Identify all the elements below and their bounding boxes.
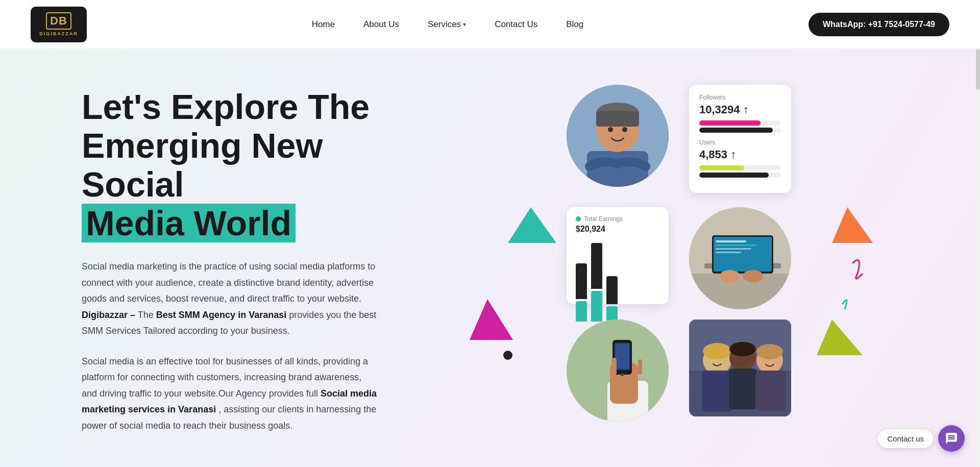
- chat-icon: [945, 432, 958, 445]
- nav-home[interactable]: Home: [298, 19, 349, 30]
- svg-marker-4: [832, 207, 873, 243]
- svg-point-24: [743, 270, 763, 282]
- svg-rect-20: [716, 244, 756, 246]
- svg-rect-15: [689, 274, 791, 309]
- laptop-image-wrapper: [689, 207, 801, 309]
- followers-label: Followers: [699, 94, 781, 101]
- main-nav: Home About Us Services ▾ Contact Us Blog: [298, 19, 598, 30]
- svg-rect-41: [729, 368, 757, 409]
- stats-card: Followers 10,3294 ↑ Users 4,853 ↑: [689, 85, 791, 193]
- hero-desc1: Social media marketing is the practice o…: [82, 259, 378, 339]
- svg-marker-2: [508, 207, 556, 243]
- svg-point-1: [503, 351, 512, 360]
- svg-point-43: [756, 344, 783, 359]
- earn-dot: [576, 216, 581, 222]
- main-content: Let's Explore The Emerging New Social Me…: [0, 49, 980, 467]
- person-svg: [567, 85, 669, 187]
- svg-rect-44: [755, 371, 786, 411]
- svg-rect-33: [638, 359, 642, 375]
- person-image-wrapper: [567, 85, 679, 197]
- scrollbar-thumb[interactable]: [976, 49, 980, 90]
- phone-svg: [567, 319, 669, 422]
- nav-services[interactable]: Services ▾: [413, 19, 480, 30]
- team-svg: [689, 319, 791, 416]
- person-image: [567, 85, 669, 187]
- header: DB DIGIBAZZAR Home About Us Services ▾ C…: [0, 0, 980, 49]
- followers-value: 10,3294 ↑: [699, 103, 781, 116]
- svg-rect-8: [587, 151, 648, 187]
- contact-float-label: Contact us: [878, 429, 933, 448]
- svg-marker-5: [817, 319, 863, 355]
- earnings-value: $20,924: [576, 225, 659, 234]
- hero-desc2: Social media is an effective tool for bu…: [82, 354, 378, 434]
- contact-float: Contact us: [878, 425, 965, 452]
- logo-letters: DB: [46, 12, 71, 30]
- contact-float-button[interactable]: [938, 425, 965, 452]
- laptop-image: [689, 207, 791, 309]
- scrollbar-track[interactable]: [976, 49, 980, 467]
- whatsapp-button[interactable]: WhatsApp: +91 7524-0577-49: [808, 13, 949, 36]
- team-image-wrapper: [689, 319, 801, 432]
- svg-point-40: [729, 342, 756, 356]
- svg-rect-30: [615, 343, 629, 369]
- team-image: [689, 319, 791, 416]
- svg-point-13: [622, 127, 627, 132]
- svg-point-23: [720, 270, 740, 282]
- hero-bold-agency: Best SMM Agency in Varanasi: [156, 310, 286, 320]
- hero-bold-digibazzar: Digibazzar –: [82, 310, 135, 320]
- svg-point-37: [703, 343, 731, 359]
- svg-rect-22: [716, 252, 741, 253]
- phone-image-wrapper: [567, 319, 679, 432]
- svg-rect-32: [611, 358, 617, 376]
- earnings-chart: [576, 239, 659, 322]
- logo-name: DIGIBAZZAR: [39, 31, 78, 36]
- nav-blog[interactable]: Blog: [552, 19, 598, 30]
- logo[interactable]: DB DIGIBAZZAR: [31, 7, 87, 42]
- phone-image: [567, 319, 669, 422]
- laptop-svg: [689, 207, 791, 309]
- right-panel: Followers 10,3294 ↑ Users 4,853 ↑ Total …: [419, 49, 980, 467]
- svg-point-31: [621, 373, 624, 376]
- svg-rect-11: [596, 111, 639, 127]
- hero-title: Let's Explore The Emerging New Social Me…: [82, 87, 378, 243]
- svg-marker-3: [470, 299, 513, 340]
- chevron-down-icon: ▾: [463, 21, 466, 28]
- hero-highlight: Media World: [82, 204, 296, 242]
- users-label: Users: [699, 139, 781, 146]
- earnings-card: Total Earnings $20,924: [567, 207, 669, 304]
- svg-rect-19: [716, 240, 746, 242]
- users-value: 4,853 ↑: [699, 148, 781, 161]
- nav-about[interactable]: About Us: [349, 19, 413, 30]
- svg-rect-21: [716, 248, 751, 250]
- left-panel: Let's Explore The Emerging New Social Me…: [0, 49, 419, 467]
- svg-rect-38: [702, 371, 733, 411]
- nav-contact[interactable]: Contact Us: [480, 19, 552, 30]
- earnings-label: Total Earnings: [584, 215, 623, 223]
- svg-point-12: [608, 127, 613, 132]
